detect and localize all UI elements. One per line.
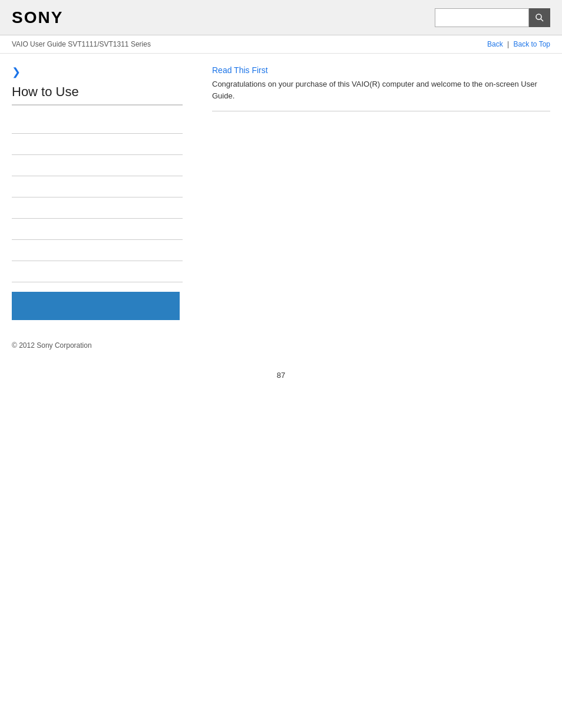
header: SONY: [0, 0, 562, 35]
list-item[interactable]: [12, 134, 183, 155]
nav-bar: VAIO User Guide SVT1111/SVT1311 Series B…: [0, 35, 562, 54]
back-link[interactable]: Back: [487, 40, 503, 48]
sidebar-blue-bar: [12, 292, 180, 320]
search-input[interactable]: [435, 8, 529, 27]
read-this-first-link[interactable]: Read This First: [212, 65, 550, 75]
nav-separator: |: [507, 40, 509, 48]
copyright-text: © 2012 Sony Corporation: [12, 341, 92, 350]
list-item[interactable]: [12, 176, 183, 197]
list-item[interactable]: [12, 155, 183, 176]
search-area: [435, 8, 550, 27]
list-item[interactable]: [12, 113, 183, 134]
search-button[interactable]: [529, 8, 550, 27]
guide-title: VAIO User Guide SVT1111/SVT1311 Series: [12, 40, 151, 48]
main-content: ❯ How to Use Read This First Congratulat…: [0, 54, 562, 332]
list-item[interactable]: [12, 240, 183, 261]
sidebar: ❯ How to Use: [12, 65, 194, 320]
content-description: Congratulations on your purchase of this…: [212, 78, 550, 111]
search-icon: [535, 13, 544, 22]
page-number: 87: [0, 359, 562, 391]
nav-links: Back | Back to Top: [487, 40, 550, 48]
list-item[interactable]: [12, 219, 183, 240]
sidebar-title: How to Use: [12, 84, 183, 106]
list-item[interactable]: [12, 261, 183, 282]
back-to-top-link[interactable]: Back to Top: [514, 40, 550, 48]
sony-logo: SONY: [12, 8, 63, 27]
list-item[interactable]: [12, 197, 183, 219]
content-area: Read This First Congratulations on your …: [194, 65, 550, 320]
sidebar-chevron-icon: ❯: [12, 65, 183, 78]
footer: © 2012 Sony Corporation: [0, 332, 562, 359]
svg-point-0: [536, 14, 541, 19]
svg-line-1: [541, 19, 543, 21]
